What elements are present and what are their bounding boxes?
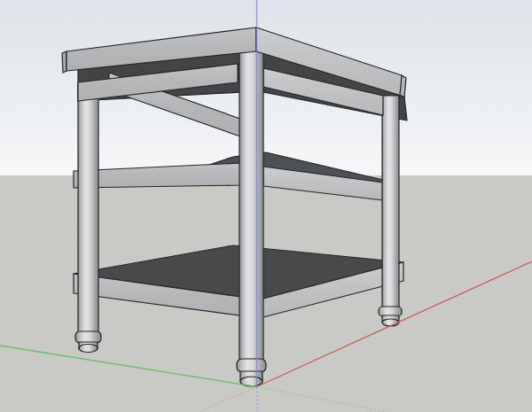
viewport-canvas[interactable] (0, 0, 532, 412)
front-leg[interactable] (239, 51, 263, 360)
left-leg-foot-collar[interactable] (75, 331, 101, 343)
tabletop-left-cap[interactable] (62, 51, 66, 73)
left-leg[interactable] (78, 85, 98, 332)
right-leg-foot-collar[interactable] (379, 307, 402, 316)
right-leg[interactable] (382, 96, 399, 307)
front-leg-foot-collar[interactable] (237, 359, 266, 372)
left-leg-foot-base[interactable] (79, 345, 98, 353)
3d-viewport[interactable] (0, 0, 532, 412)
